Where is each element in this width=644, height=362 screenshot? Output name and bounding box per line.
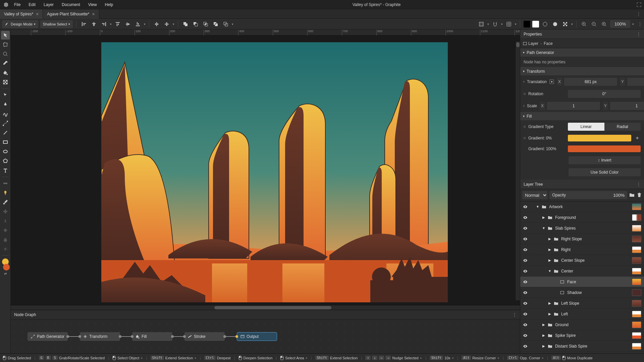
boolean-subtract-icon[interactable] — [192, 20, 200, 28]
invert-button[interactable]: ↕Invert — [569, 156, 641, 164]
boolean-difference-icon[interactable] — [212, 20, 220, 28]
secondary-color-swatch[interactable] — [3, 264, 10, 270]
boolean-more-icon[interactable]: ▾ — [232, 22, 233, 26]
section-fill[interactable]: ▾Fill — [520, 112, 644, 121]
layer-row-face[interactable]: Face — [520, 277, 644, 287]
blur-tool-icon[interactable] — [1, 235, 10, 244]
scrollbar-vertical[interactable] — [515, 42, 520, 300]
overlays-icon[interactable] — [477, 20, 485, 28]
layer-row-foreground[interactable]: ▶Foreground — [520, 212, 644, 223]
artwork-canvas[interactable] — [101, 42, 448, 302]
expand-icon[interactable]: ▶ — [548, 237, 552, 241]
expand-icon[interactable]: ▼ — [548, 269, 552, 273]
fill-tool-icon[interactable] — [1, 68, 10, 77]
canvas-viewport[interactable] — [11, 36, 520, 305]
layer-row-right-slope[interactable]: ▶Right Slope — [520, 234, 644, 244]
visibility-icon[interactable] — [523, 280, 528, 284]
ellipse-tool-icon[interactable] — [1, 147, 10, 156]
breadcrumb-face[interactable]: Face — [544, 41, 553, 46]
layer-row-left-slope[interactable]: ▶Left Slope — [520, 298, 644, 309]
layer-row-shadow[interactable]: Shadow — [520, 287, 644, 298]
translation-link-icon[interactable] — [524, 81, 524, 83]
visibility-icon[interactable] — [523, 344, 528, 349]
expand-icon[interactable]: ▼ — [536, 205, 540, 208]
layer-row-spike-spire[interactable]: ▶Spike Spire — [520, 330, 644, 341]
menu-view[interactable]: View — [85, 1, 100, 8]
select-tool-icon[interactable] — [1, 31, 10, 40]
pen-tool-icon[interactable] — [1, 100, 10, 109]
visibility-icon[interactable] — [523, 258, 528, 263]
freehand-tool-icon[interactable] — [1, 110, 10, 118]
menu-edit[interactable]: Edit — [25, 1, 39, 8]
scale-y-input[interactable] — [610, 102, 644, 110]
expand-icon[interactable] — [637, 2, 641, 7]
grad-stop0-swatch[interactable] — [568, 135, 631, 141]
zoom-input[interactable] — [610, 20, 630, 28]
scale-link-icon[interactable] — [524, 105, 524, 107]
node-stroke[interactable]: Stroke — [184, 332, 225, 341]
layer-row-ground[interactable]: ▶Ground — [520, 319, 644, 330]
grid-more-icon[interactable]: ▾ — [515, 22, 517, 26]
align-v-more-icon[interactable]: ▾ — [144, 22, 146, 26]
layer-row-center-slope[interactable]: ▶Center Slope — [520, 255, 644, 266]
align-right-icon[interactable] — [100, 20, 108, 28]
rotation-link-icon[interactable] — [524, 93, 526, 95]
app-logo-icon[interactable] — [3, 1, 9, 8]
flip-more-icon[interactable]: ▾ — [173, 22, 174, 26]
align-center-v-icon[interactable] — [124, 20, 132, 28]
pivot-icon[interactable] — [549, 79, 554, 84]
polygon-tool-icon[interactable] — [1, 157, 10, 165]
layer-row-left[interactable]: ▶Left — [520, 309, 644, 319]
view-mode-more-icon[interactable]: ▾ — [571, 22, 573, 26]
rectangle-tool-icon[interactable] — [1, 138, 10, 146]
scrollbar-h-thumb[interactable] — [214, 306, 331, 309]
align-center-h-icon[interactable] — [90, 20, 98, 28]
artboard-tool-icon[interactable] — [1, 40, 10, 49]
align-h-more-icon[interactable]: ▾ — [110, 22, 112, 26]
close-icon[interactable]: × — [92, 11, 95, 17]
breadcrumb-layer[interactable]: Layer — [523, 41, 538, 46]
translation-x-input[interactable] — [564, 78, 617, 86]
scrollbar-v-thumb[interactable] — [516, 42, 520, 47]
expand-icon[interactable]: ▶ — [548, 248, 552, 251]
line-tool-icon[interactable] — [1, 128, 10, 137]
grad-stop0-link-icon[interactable] — [524, 137, 526, 139]
layer-row-right[interactable]: ▶Right — [520, 244, 644, 255]
menu-help[interactable]: Help — [102, 1, 117, 8]
swap-colors-icon[interactable]: ⇄ — [4, 272, 7, 276]
layer-row-distant-slab-spire[interactable]: ▶Distant Slab Spire — [520, 341, 644, 352]
snapping-icon[interactable] — [491, 20, 499, 28]
properties-menu-icon[interactable]: ⋮ — [637, 32, 641, 37]
expand-icon[interactable]: ▶ — [542, 334, 546, 337]
zoom-out-icon[interactable] — [590, 20, 598, 28]
visibility-icon[interactable] — [523, 204, 528, 209]
node-graph-body[interactable]: Path Generator Transform Fill Stroke Out… — [11, 319, 520, 353]
expand-icon[interactable]: ▶ — [548, 301, 552, 305]
view-mode-pixels-icon[interactable] — [561, 20, 569, 28]
tab-agave-plant-silhouette-[interactable]: Agave Plant Silhouette*× — [43, 9, 99, 19]
zoom-more-icon[interactable]: ▾ — [632, 22, 634, 26]
gradient-type-link-icon[interactable] — [524, 126, 526, 128]
text-tool-icon[interactable] — [1, 166, 10, 175]
visibility-icon[interactable] — [523, 237, 528, 241]
expand-icon[interactable]: ▶ — [548, 312, 552, 316]
opacity-field[interactable]: Opacity — [549, 191, 627, 199]
shallow-select-dropdown[interactable]: Shallow Select ▾ — [40, 20, 73, 28]
ruler-horizontal[interactable]: -200-10001002003004005006007008009001000… — [11, 29, 520, 36]
use-solid-color-button[interactable]: Use Solid Color — [569, 168, 641, 176]
node-path-generator[interactable]: Path Generator — [28, 332, 68, 341]
lightbulb-tool-icon[interactable] — [1, 188, 10, 197]
gradient-linear-option[interactable]: Linear — [568, 123, 604, 131]
path-tool-icon[interactable] — [1, 91, 10, 100]
visibility-icon[interactable] — [523, 333, 528, 338]
tabs-menu-icon[interactable]: ⋮ — [633, 12, 644, 16]
expand-icon[interactable]: ▶ — [542, 344, 546, 348]
view-mode-normal-icon[interactable] — [541, 20, 549, 28]
navigate-tool-icon[interactable] — [1, 50, 10, 58]
layer-tree-menu-icon[interactable]: ⋮ — [637, 182, 641, 187]
opacity-input[interactable] — [568, 193, 625, 198]
view-mode-outline-icon[interactable] — [551, 20, 559, 28]
design-mode-dropdown[interactable]: Design Mode ▾ — [2, 20, 38, 28]
close-icon[interactable]: × — [36, 11, 39, 17]
section-transform[interactable]: ▾Transform — [520, 67, 644, 76]
